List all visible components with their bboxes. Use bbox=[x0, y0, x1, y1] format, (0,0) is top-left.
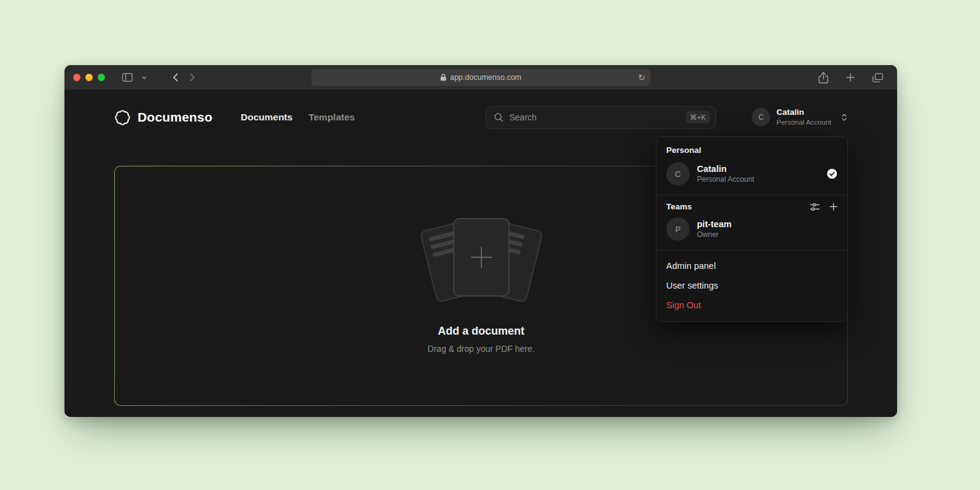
personal-type: Personal Account bbox=[697, 175, 754, 185]
team-text: pit-team Owner bbox=[697, 219, 731, 239]
nav-templates[interactable]: Templates bbox=[308, 112, 355, 123]
search-icon bbox=[494, 112, 504, 122]
traffic-lights bbox=[73, 74, 105, 81]
menu-divider bbox=[656, 250, 847, 251]
reload-button[interactable]: ↻ bbox=[638, 69, 645, 86]
account-name: Catalin bbox=[776, 107, 831, 118]
sidebar-chevron-button[interactable] bbox=[137, 69, 152, 85]
address-bar[interactable]: app.documenso.com ↻ bbox=[311, 69, 650, 86]
tab-overview-button[interactable] bbox=[870, 69, 885, 85]
dropzone-title: Add a document bbox=[438, 325, 524, 338]
documenso-logo-icon bbox=[114, 109, 131, 126]
personal-avatar: C bbox=[666, 162, 690, 185]
browser-titlebar: app.documenso.com ↻ bbox=[64, 65, 897, 90]
browser-window: app.documenso.com ↻ Documenso bbox=[64, 65, 897, 417]
dropzone-subtitle: Drag & drop your PDF here. bbox=[427, 344, 534, 354]
lock-icon bbox=[440, 74, 446, 81]
personal-name: Catalin bbox=[697, 163, 754, 175]
teams-actions bbox=[810, 203, 838, 211]
reload-icon: ↻ bbox=[638, 72, 645, 82]
brand-name: Documenso bbox=[138, 110, 212, 125]
sidebar-toggle-button[interactable] bbox=[120, 69, 134, 85]
plus-icon bbox=[846, 73, 855, 82]
nav-documents[interactable]: Documents bbox=[241, 112, 292, 123]
team-role: Owner bbox=[697, 230, 731, 240]
personal-account-item[interactable]: C Catalin Personal Account bbox=[656, 158, 847, 189]
menu-item-admin-panel[interactable]: Admin panel bbox=[656, 256, 847, 276]
titlebar-right-actions bbox=[816, 69, 889, 85]
brand-logo[interactable]: Documenso bbox=[114, 109, 212, 126]
account-menu-button[interactable]: C Catalin Personal Account bbox=[752, 107, 847, 126]
team-item[interactable]: P pit-team Owner bbox=[656, 214, 847, 244]
selected-check-icon bbox=[826, 168, 838, 179]
sidebar-icon bbox=[122, 73, 133, 82]
app-page: Documenso Documents Templates ⌘+K C Cata… bbox=[64, 90, 897, 417]
forward-button[interactable] bbox=[185, 69, 200, 85]
sliders-icon bbox=[810, 203, 820, 211]
zoom-window-button[interactable] bbox=[98, 74, 105, 81]
search-box[interactable]: ⌘+K bbox=[486, 106, 716, 129]
url-text: app.documenso.com bbox=[450, 73, 521, 82]
personal-section-label: Personal bbox=[656, 142, 847, 158]
new-tab-button[interactable] bbox=[843, 69, 858, 85]
minimize-window-button[interactable] bbox=[85, 74, 93, 81]
account-avatar: C bbox=[752, 108, 770, 126]
account-type: Personal Account bbox=[776, 118, 831, 126]
teams-section-header: Teams bbox=[656, 201, 847, 214]
document-card-add bbox=[453, 218, 510, 297]
plus-icon bbox=[481, 247, 482, 268]
manage-teams-button[interactable] bbox=[810, 203, 820, 211]
team-avatar: P bbox=[666, 217, 690, 241]
chevron-right-icon bbox=[190, 73, 195, 82]
share-button[interactable] bbox=[816, 69, 831, 85]
team-name: pit-team bbox=[697, 219, 731, 230]
back-button[interactable] bbox=[168, 69, 182, 85]
chevron-down-icon bbox=[142, 76, 147, 79]
chevrons-up-down-icon bbox=[841, 113, 847, 122]
teams-section-label: Teams bbox=[666, 202, 692, 211]
close-window-button[interactable] bbox=[73, 74, 80, 81]
create-team-button[interactable] bbox=[830, 203, 838, 211]
menu-item-user-settings[interactable]: User settings bbox=[656, 276, 847, 295]
main-nav: Documents Templates bbox=[241, 112, 355, 123]
plus-icon bbox=[830, 203, 838, 211]
search-shortcut-badge: ⌘+K bbox=[686, 111, 710, 123]
search-input[interactable] bbox=[509, 112, 680, 122]
documents-illustration bbox=[414, 216, 549, 309]
account-text: Catalin Personal Account bbox=[776, 107, 831, 126]
menu-divider bbox=[656, 195, 847, 195]
tab-overview-icon bbox=[873, 73, 883, 82]
account-dropdown-menu: Personal C Catalin Personal Account Team… bbox=[656, 136, 848, 322]
personal-account-text: Catalin Personal Account bbox=[697, 163, 754, 184]
chevron-left-icon bbox=[173, 73, 178, 82]
share-icon bbox=[819, 72, 828, 84]
menu-item-sign-out[interactable]: Sign Out bbox=[656, 295, 847, 315]
